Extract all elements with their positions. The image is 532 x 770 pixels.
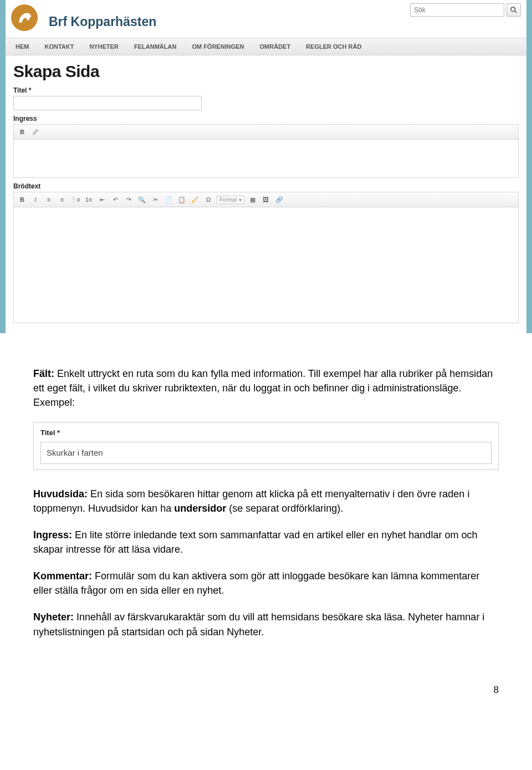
falt-body: Enkelt uttryckt en ruta som du kan fylla… [33, 368, 493, 408]
huvudsida-bold: undersidor [174, 503, 226, 514]
search-input[interactable] [410, 3, 504, 17]
brodtext-toolbar: B I ≡ ≡ ⋮≡ 1≡ ⇤ ↶ ↷ 🔍 ✂ 📄 📋 🧹 Ω Format ▾… [13, 192, 519, 207]
example-titel-value: Skurkar i farten [40, 442, 492, 464]
search-button[interactable] [507, 3, 521, 17]
kommentar-body: Formulär som du kan aktivera som gör att… [33, 570, 479, 596]
table-icon[interactable]: ▦ [248, 195, 258, 205]
def-ingress: Ingress: En lite större inledande text s… [33, 528, 499, 557]
kommentar-term: Kommentar: [33, 570, 92, 582]
titel-input[interactable] [13, 96, 202, 110]
paste-icon[interactable]: 📋 [177, 195, 187, 205]
list-ol-icon[interactable]: 1≡ [84, 195, 94, 205]
svg-rect-2 [33, 132, 35, 135]
format-select[interactable]: Format ▾ [217, 196, 244, 204]
cut-icon[interactable]: ✂ [150, 195, 160, 205]
format-label: Format [219, 197, 237, 203]
nyheter-body: Innehåll av färskvarukaraktär som du vil… [33, 611, 484, 637]
falt-term: Fält: [33, 368, 54, 379]
page-number: 8 [0, 662, 532, 705]
example-field-box: Titel * Skurkar i farten [33, 422, 499, 470]
bold-button[interactable]: B [17, 127, 27, 137]
redo-icon[interactable]: ↷ [124, 195, 134, 205]
huvudsida-body-b: (se separat ordförklaring). [226, 503, 343, 514]
nav-kontakt[interactable]: KONTAKT [37, 38, 81, 55]
copy-icon[interactable]: 📄 [163, 195, 173, 205]
outdent-icon[interactable]: ⇤ [97, 195, 107, 205]
ingress-body: En lite större inledande text som samman… [33, 529, 477, 555]
undo-icon[interactable]: ↶ [110, 195, 120, 205]
align-center-icon[interactable]: ≡ [57, 195, 67, 205]
align-left-icon[interactable]: ≡ [44, 195, 54, 205]
document-body: Fält: Enkelt uttryckt en ruta som du kan… [0, 333, 532, 662]
titel-label: Titel * [13, 86, 519, 94]
logo-icon [11, 4, 38, 31]
nyheter-term: Nyheter: [33, 611, 74, 623]
find-icon[interactable]: 🔍 [137, 195, 147, 205]
def-falt: Fält: Enkelt uttryckt en ruta som du kan… [33, 366, 499, 410]
def-nyheter: Nyheter: Innehåll av färskvarukaraktär s… [33, 610, 499, 639]
site-header: Brf Kopparhästen [6, 0, 526, 33]
nav-nyheter[interactable]: NYHETER [81, 38, 126, 55]
search-bar [410, 3, 521, 17]
app-screenshot: Brf Kopparhästen HEM KONTAKT NYHETER FEL… [0, 0, 532, 333]
svg-point-0 [511, 7, 515, 12]
search-icon [510, 6, 518, 14]
ingress-label: Ingress [13, 115, 519, 123]
image-icon[interactable]: 🖼 [261, 195, 271, 205]
svg-rect-3 [36, 130, 38, 132]
nav-felanmalan[interactable]: FELANMÄLAN [126, 38, 184, 55]
nav-hem[interactable]: HEM [8, 38, 37, 55]
nav-om-foreningen[interactable]: OM FÖRENINGEN [184, 38, 252, 55]
svg-line-1 [515, 11, 517, 13]
list-ul-icon[interactable]: ⋮≡ [70, 195, 80, 205]
link-icon[interactable] [30, 127, 40, 137]
ingress-editor[interactable] [13, 139, 519, 178]
brodtext-label: Brödtext [13, 182, 519, 190]
form-area: Skapa Sida Titel * Ingress B Brödtext B … [6, 55, 526, 333]
main-nav: HEM KONTAKT NYHETER FELANMÄLAN OM FÖRENI… [6, 38, 526, 55]
example-titel-label: Titel * [40, 428, 492, 438]
site-title: Brf Kopparhästen [49, 14, 156, 29]
def-huvudsida: Huvudsida: En sida som besökaren hittar … [33, 487, 499, 516]
bold-button[interactable]: B [17, 195, 27, 205]
clean-icon[interactable]: 🧹 [190, 195, 200, 205]
ingress-term: Ingress: [33, 529, 72, 540]
link-icon[interactable]: 🔗 [274, 195, 284, 205]
code-icon[interactable]: Ω [203, 195, 213, 205]
page-heading: Skapa Sida [13, 62, 519, 81]
nav-regler[interactable]: REGLER OCH RÅD [298, 38, 369, 55]
ingress-toolbar: B [13, 124, 519, 139]
nav-omradet[interactable]: OMRÅDET [252, 38, 299, 55]
def-kommentar: Kommentar: Formulär som du kan aktivera … [33, 569, 499, 598]
brodtext-editor[interactable] [13, 207, 519, 323]
italic-button[interactable]: I [30, 195, 40, 205]
huvudsida-term: Huvudsida: [33, 488, 88, 499]
